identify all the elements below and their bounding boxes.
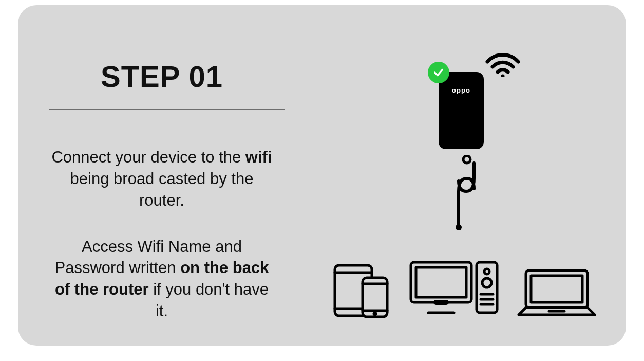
svg-point-1 bbox=[463, 156, 470, 163]
svg-point-2 bbox=[456, 224, 462, 230]
step-title: STEP 01 bbox=[49, 59, 275, 94]
laptop-icon bbox=[516, 267, 598, 319]
cable-icon bbox=[451, 155, 482, 232]
checkmark-badge-icon bbox=[428, 62, 449, 83]
desktop-computer-icon bbox=[408, 257, 500, 319]
svg-rect-11 bbox=[416, 267, 466, 297]
tablet-phone-icon bbox=[331, 262, 392, 319]
text: Connect your device to the bbox=[51, 148, 245, 166]
text: if you don't have it. bbox=[149, 280, 269, 320]
svg-point-0 bbox=[501, 75, 505, 78]
svg-point-16 bbox=[482, 278, 491, 287]
device-row bbox=[331, 257, 598, 319]
illustration-area: oppo bbox=[318, 46, 600, 324]
phone-device-icon: oppo bbox=[439, 72, 484, 149]
svg-point-15 bbox=[484, 269, 489, 274]
phone-brand-label: oppo bbox=[439, 86, 484, 94]
step-paragraph-1: Connect your device to the wifi being br… bbox=[49, 147, 275, 211]
svg-rect-21 bbox=[531, 276, 582, 302]
step-text-column: STEP 01 Connect your device to the wifi … bbox=[49, 59, 275, 322]
bold-text: wifi bbox=[245, 148, 272, 166]
step-card: STEP 01 Connect your device to the wifi … bbox=[18, 5, 626, 346]
divider bbox=[49, 109, 285, 110]
step-paragraph-2: Access Wifi Name and Password written on… bbox=[49, 236, 275, 322]
svg-point-9 bbox=[374, 313, 376, 315]
wifi-icon bbox=[482, 46, 523, 77]
text: being broad casted by the router. bbox=[70, 170, 254, 209]
